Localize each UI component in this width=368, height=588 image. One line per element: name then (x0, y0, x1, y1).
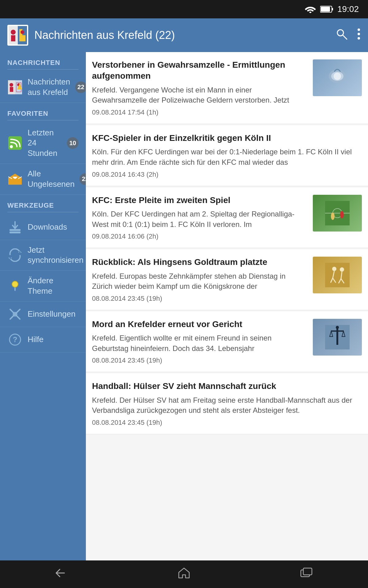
status-bar: 19:02 (0, 0, 368, 18)
news-image-3 (313, 195, 362, 232)
header-actions (335, 28, 361, 43)
news-image-4 (313, 257, 362, 293)
svg-line-9 (343, 35, 347, 39)
news-item-1[interactable]: Verstorbener in Gewahrsamzelle - Ermittl… (86, 52, 368, 124)
news-list: Verstorbener in Gewahrsamzelle - Ermittl… (86, 52, 368, 560)
news-title-5: Mord an Krefelder erneut vor Gericht (92, 319, 307, 330)
sidebar-section-nachrichten: NACHRICHTEN (0, 52, 86, 69)
divider-werkzeuge (7, 212, 79, 212)
navigation-bar (0, 560, 368, 588)
einstellungen-label: Einstellungen (28, 309, 79, 319)
wifi-icon (305, 5, 316, 13)
back-button[interactable] (41, 564, 81, 585)
nachrichten-krefeld-badge: 22 (75, 81, 86, 93)
svg-point-37 (340, 211, 344, 218)
sidebar-item-theme[interactable]: Ändere Theme (0, 271, 86, 302)
sidebar-item-nachrichten-krefeld[interactable]: Nachrichten aus Krefeld 22 (0, 72, 86, 103)
svg-rect-38 (325, 263, 350, 287)
alle-ungelesenen-label: Alle Ungelesenen (28, 169, 75, 190)
news-excerpt-1: Krefeld. Vergangene Woche ist ein Mann i… (92, 85, 307, 105)
hilfe-label: Hilfe (28, 334, 79, 345)
sidebar-section-favoriten: FAVORITEN (0, 103, 86, 120)
svg-point-32 (334, 73, 341, 80)
svg-point-7 (21, 30, 24, 34)
overflow-menu-icon[interactable] (357, 28, 361, 43)
sidebar-item-synchronisieren[interactable]: Jetzt synchronisieren (0, 240, 86, 271)
svg-point-39 (332, 267, 336, 271)
news-excerpt-2: Köln. Für den KFC Uerdingen war bei der … (92, 147, 362, 167)
news-item-5[interactable]: Mord an Krefelder erneut vor Gericht Kre… (86, 311, 368, 372)
sidebar-item-alle-ungelesenen[interactable]: Alle Ungelesenen 22 (0, 164, 86, 195)
sidebar-item-downloads[interactable]: Downloads (0, 215, 86, 240)
krefeld-logo-icon (7, 80, 23, 95)
news-excerpt-5: Krefeld. Eigentlich wollte er mit einem … (92, 333, 307, 353)
news-image-soccer (313, 195, 362, 232)
news-title-6: Handball: Hülser SV zieht Mannschaft zur… (92, 381, 362, 392)
news-image-police (313, 59, 362, 96)
downloads-label: Downloads (28, 222, 79, 232)
news-meta-6: 08.08.2014 23:45 (19h) (92, 419, 362, 427)
svg-rect-1 (332, 8, 333, 10)
news-meta-1: 09.08.2014 17:54 (1h) (92, 108, 307, 116)
svg-point-10 (358, 28, 360, 31)
news-item-6[interactable]: Handball: Hülser SV zieht Mannschaft zur… (86, 373, 368, 434)
sidebar: NACHRICHTEN Nachrichten aus Krefeld 22 F… (0, 52, 86, 560)
nachrichten-krefeld-label: Nachrichten aus Krefeld (28, 77, 70, 98)
help-icon: ? (7, 332, 23, 347)
news-excerpt-3: Köln. Der KFC Uerdingen hat am 2. Spielt… (92, 209, 307, 229)
svg-rect-22 (10, 232, 21, 233)
svg-point-5 (11, 30, 16, 35)
search-icon[interactable] (335, 28, 348, 43)
header-bar: Nachrichten aus Krefeld (22) (0, 18, 368, 52)
alle-ungelesenen-badge: 22 (79, 173, 86, 185)
svg-rect-16 (10, 87, 13, 92)
svg-point-12 (358, 37, 360, 40)
news-content-4: Rückblick: Als Hingsens Goldtraum platzt… (92, 257, 307, 303)
theme-icon (7, 278, 23, 294)
news-title-4: Rückblick: Als Hingsens Goldtraum platzt… (92, 257, 307, 268)
letzten24-badge: 10 (67, 137, 79, 149)
news-item-2[interactable]: KFC-Spieler in der Einzelkritik gegen Kö… (86, 125, 368, 186)
synchronisieren-label: Jetzt synchronisieren (28, 245, 83, 266)
home-button[interactable] (164, 564, 204, 585)
rss-icon (7, 135, 23, 151)
news-image-5 (313, 319, 362, 356)
sidebar-item-hilfe[interactable]: ? Hilfe (0, 327, 86, 352)
svg-point-11 (358, 33, 360, 35)
app-logo (7, 25, 28, 46)
sidebar-item-einstellungen[interactable]: Einstellungen (0, 302, 86, 327)
settings-icon (7, 307, 23, 322)
theme-label: Ändere Theme (28, 276, 79, 296)
news-title-1: Verstorbener in Gewahrsamzelle - Ermittl… (92, 59, 307, 82)
divider-favoriten (7, 120, 79, 120)
svg-point-15 (10, 83, 13, 87)
sync-icon (7, 247, 23, 263)
svg-text:?: ? (13, 335, 17, 344)
svg-rect-6 (11, 35, 15, 41)
news-meta-2: 09.08.2014 16:43 (2h) (92, 171, 362, 179)
svg-rect-52 (303, 568, 312, 575)
news-image-athletics (313, 257, 362, 293)
divider-nachrichten (7, 69, 79, 70)
news-item-3[interactable]: KFC: Erste Pleite im zweiten Spiel Köln.… (86, 187, 368, 248)
sidebar-section-werkzeuge: WERKZEUGE (0, 195, 86, 212)
svg-point-50 (336, 326, 339, 329)
news-item-4[interactable]: Rückblick: Als Hingsens Goldtraum platzt… (86, 249, 368, 310)
svg-rect-2 (321, 7, 330, 12)
downloads-icon (7, 220, 23, 235)
news-content-6: Handball: Hülser SV zieht Mannschaft zur… (92, 381, 362, 427)
news-image-1 (313, 59, 362, 96)
recents-button[interactable] (287, 564, 327, 585)
main-container: NACHRICHTEN Nachrichten aus Krefeld 22 F… (0, 52, 368, 560)
svg-point-43 (340, 267, 344, 272)
sidebar-item-letzten24[interactable]: Letzten 24 Stunden 10 (0, 123, 86, 164)
unread-icon (7, 172, 23, 187)
news-content-2: KFC-Spieler in der Einzelkritik gegen Kö… (92, 133, 362, 179)
header-title: Nachrichten aus Krefeld (22) (34, 29, 329, 42)
svg-rect-24 (14, 287, 16, 291)
news-content-3: KFC: Erste Pleite im zweiten Spiel Köln.… (92, 195, 307, 241)
news-image-justice (313, 319, 362, 356)
news-content-5: Mord an Krefelder erneut vor Gericht Kre… (92, 319, 307, 365)
svg-point-19 (10, 145, 13, 148)
news-excerpt-4: Krefeld. Europas beste Zehnkämpfer stehe… (92, 271, 307, 292)
